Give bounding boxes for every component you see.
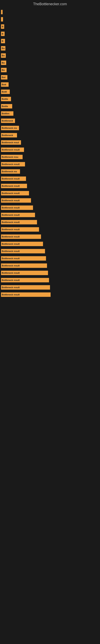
bar-item: Bottleneck resu bbox=[1, 155, 23, 159]
bar-item: Bottleneck res bbox=[1, 126, 19, 130]
bar-item: Bo bbox=[1, 68, 7, 72]
bar-item: B bbox=[1, 39, 5, 43]
bar-row: Bott bbox=[1, 82, 98, 87]
bar-row: B bbox=[1, 24, 98, 30]
bar-item: Bottleneck result bbox=[1, 242, 43, 246]
bar-row: Bottleneck result bbox=[1, 190, 98, 196]
bar-item: Bottle bbox=[1, 97, 11, 101]
bar-item: Bottleneck result bbox=[1, 278, 49, 282]
bar-row: Bottleneck result bbox=[1, 241, 98, 247]
bar-row: Bottleneck result bbox=[1, 292, 98, 298]
bar-row: Bot bbox=[1, 74, 98, 80]
bar-row: Bottleneck result bbox=[1, 162, 98, 167]
bar-row: Bottleneck resu bbox=[1, 154, 98, 160]
bar-item: Bot bbox=[1, 75, 7, 80]
bar-row: Bo bbox=[1, 67, 98, 73]
bar-row: Bo bbox=[1, 46, 98, 51]
bar-row: Bottleneck res bbox=[1, 125, 98, 131]
bar-row: Bottleneck result bbox=[1, 256, 98, 261]
bar-row: Bottle bbox=[1, 104, 98, 109]
bar-row: Bottleneck bbox=[1, 132, 98, 138]
bar-item: Bottleneck result bbox=[1, 264, 47, 268]
bar-row: Bottleneck result bbox=[1, 183, 98, 189]
bar-row: Bottleneck result bbox=[1, 205, 98, 210]
site-title: TheBottlenecker.com bbox=[0, 0, 100, 7]
bar-item: Bottlen bbox=[1, 111, 13, 116]
bar-item: Bottleneck result bbox=[1, 206, 33, 210]
bar-item: B bbox=[1, 24, 4, 29]
bar-item: Bottleneck result bbox=[1, 256, 46, 260]
bar-row: Bottleneck result bbox=[1, 234, 98, 240]
bar-row: B bbox=[1, 31, 98, 37]
bar-item: B bbox=[1, 32, 4, 36]
bar-item: Bottleneck result bbox=[1, 162, 25, 166]
bar-item: Bottleneck result bbox=[1, 184, 27, 188]
bar-item: Bottl bbox=[1, 90, 10, 94]
bar-item: Bottleneck result bbox=[1, 285, 50, 290]
bar-row: Bottleneck result bbox=[1, 198, 98, 203]
bar-row: Bottleneck result bbox=[1, 263, 98, 268]
bar-item: Bott bbox=[1, 82, 9, 87]
bar-row: Bottl bbox=[1, 89, 98, 94]
bar-row: B bbox=[1, 38, 98, 44]
bar-item: Bottleneck result bbox=[1, 292, 50, 297]
bar-item: Bottleneck result bbox=[1, 271, 48, 275]
bar-row: Bottleneck res bbox=[1, 169, 98, 174]
bar-row: Bo bbox=[1, 60, 98, 66]
bar-row: Bottleneck result bbox=[1, 212, 98, 218]
bar-row: Bottleneck result bbox=[1, 248, 98, 254]
bar-row: Bottleneck result bbox=[1, 270, 98, 276]
bar-row: Bottleneck result bbox=[1, 277, 98, 283]
bar-row: Bottleneck bbox=[1, 118, 98, 124]
bar-row: Bo bbox=[1, 53, 98, 58]
bar-row bbox=[1, 9, 98, 15]
bar-item bbox=[1, 10, 2, 14]
bar-item: Bo bbox=[1, 53, 6, 58]
bar-item: Bo bbox=[1, 46, 5, 50]
bar-item: Bottleneck result bbox=[1, 249, 45, 253]
bar-item: Bottleneck result bbox=[1, 234, 41, 239]
bar-item: Bottleneck result bbox=[1, 148, 24, 152]
bar-item: Bottleneck result bbox=[1, 176, 26, 181]
bar-item: Bottleneck result bbox=[1, 213, 35, 217]
bar-item: Bottleneck resul bbox=[1, 140, 21, 145]
bar-row: Bottleneck result bbox=[1, 219, 98, 225]
bar-row: Bottleneck result bbox=[1, 226, 98, 232]
bar-item: Bottleneck bbox=[1, 118, 15, 123]
bar-row: Bottle bbox=[1, 96, 98, 102]
bar-item: Bottleneck result bbox=[1, 227, 39, 232]
bar-item: Bottleneck result bbox=[1, 191, 29, 196]
bar-row: Bottleneck result bbox=[1, 284, 98, 290]
bar-item bbox=[1, 17, 3, 22]
bar-item: Bottle bbox=[1, 104, 12, 108]
bar-row: Bottleneck result bbox=[1, 147, 98, 152]
bar-row: Bottlen bbox=[1, 111, 98, 116]
bar-item: Bottleneck bbox=[1, 133, 17, 138]
bar-item: Bottleneck res bbox=[1, 169, 20, 174]
bar-row: Bottleneck result bbox=[1, 176, 98, 182]
bar-row bbox=[1, 16, 98, 22]
bar-row: Bottleneck resul bbox=[1, 140, 98, 145]
bars-container: BBBBoBoBoBoBotBottBottlBottleBottleBottl… bbox=[0, 7, 100, 301]
bar-item: Bottleneck result bbox=[1, 198, 31, 203]
bar-item: Bo bbox=[1, 60, 6, 65]
bar-item: Bottleneck result bbox=[1, 220, 37, 224]
